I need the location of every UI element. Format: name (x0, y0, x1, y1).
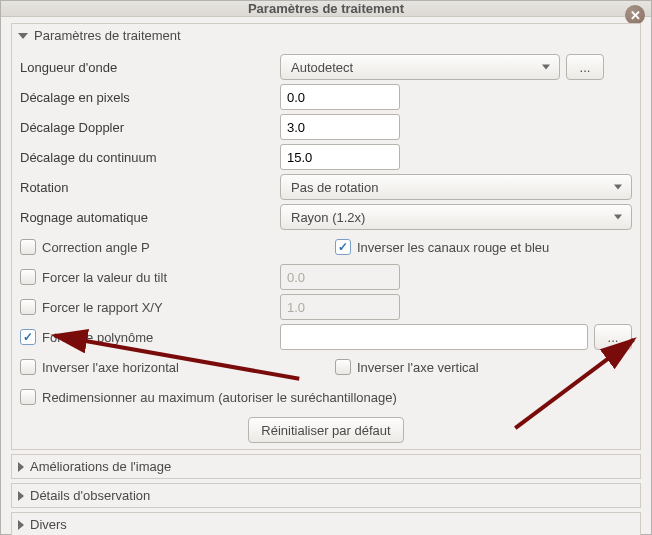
swap-rb-checkbox[interactable]: Inverser les canaux rouge et bleu (335, 239, 549, 255)
checkbox-icon (335, 239, 351, 255)
flip-v-checkbox[interactable]: Inverser l'axe vertical (335, 359, 479, 375)
reset-defaults-button[interactable]: Réinitialiser par défaut (248, 417, 403, 443)
force-poly-ellipsis-button[interactable]: ... (594, 324, 632, 350)
section-traitement-header[interactable]: Paramètres de traitement (12, 24, 640, 47)
autocrop-label: Rognage automatique (20, 210, 280, 225)
p-angle-checkbox[interactable]: Correction angle P (20, 239, 150, 255)
section-misc-header[interactable]: Divers (12, 513, 640, 535)
force-tilt-input (280, 264, 400, 290)
checkbox-icon (335, 359, 351, 375)
rotation-label: Rotation (20, 180, 280, 195)
resize-max-checkbox[interactable]: Redimensionner au maximum (autoriser le … (20, 389, 397, 405)
chevron-right-icon (18, 491, 24, 501)
checkbox-icon (20, 329, 36, 345)
section-obs: Détails d'observation (11, 483, 641, 508)
checkbox-icon (20, 389, 36, 405)
section-obs-header[interactable]: Détails d'observation (12, 484, 640, 507)
doppler-label: Décalage Doppler (20, 120, 280, 135)
checkbox-icon (20, 299, 36, 315)
section-enhance-header[interactable]: Améliorations de l'image (12, 455, 640, 478)
section-misc-title: Divers (30, 517, 67, 532)
section-enhance-title: Améliorations de l'image (30, 459, 171, 474)
dialog-content: Paramètres de traitement Longueur d'onde… (1, 17, 651, 535)
force-xy-input (280, 294, 400, 320)
section-misc: Divers (11, 512, 641, 535)
rotation-combo[interactable]: Pas de rotation (280, 174, 632, 200)
wavelength-combo[interactable]: Autodetect (280, 54, 560, 80)
chevron-down-icon (18, 33, 28, 39)
flip-h-checkbox[interactable]: Inverser l'axe horizontal (20, 359, 179, 375)
dialog-window: Paramètres de traitement ✕ Paramètres de… (0, 0, 652, 535)
force-tilt-checkbox[interactable]: Forcer la valeur du tilt (20, 269, 167, 285)
force-xy-checkbox[interactable]: Forcer le rapport X/Y (20, 299, 163, 315)
continuum-input[interactable] (280, 144, 400, 170)
px-offset-label: Décalage en pixels (20, 90, 280, 105)
doppler-input[interactable] (280, 114, 400, 140)
section-enhance: Améliorations de l'image (11, 454, 641, 479)
force-poly-checkbox[interactable]: Forcer le polynôme (20, 329, 153, 345)
chevron-right-icon (18, 462, 24, 472)
autocrop-combo[interactable]: Rayon (1.2x) (280, 204, 632, 230)
px-offset-input[interactable] (280, 84, 400, 110)
chevron-right-icon (18, 520, 24, 530)
wavelength-ellipsis-button[interactable]: ... (566, 54, 604, 80)
checkbox-icon (20, 359, 36, 375)
section-traitement-title: Paramètres de traitement (34, 28, 181, 43)
section-traitement: Paramètres de traitement Longueur d'onde… (11, 23, 641, 450)
checkbox-icon (20, 239, 36, 255)
continuum-label: Décalage du continuum (20, 150, 280, 165)
checkbox-icon (20, 269, 36, 285)
force-poly-input[interactable] (280, 324, 588, 350)
window-title: Paramètres de traitement (248, 1, 404, 16)
wavelength-label: Longueur d'onde (20, 60, 280, 75)
section-traitement-body: Longueur d'onde Autodetect ... Décalage … (12, 47, 640, 449)
titlebar: Paramètres de traitement ✕ (1, 1, 651, 17)
section-obs-title: Détails d'observation (30, 488, 150, 503)
